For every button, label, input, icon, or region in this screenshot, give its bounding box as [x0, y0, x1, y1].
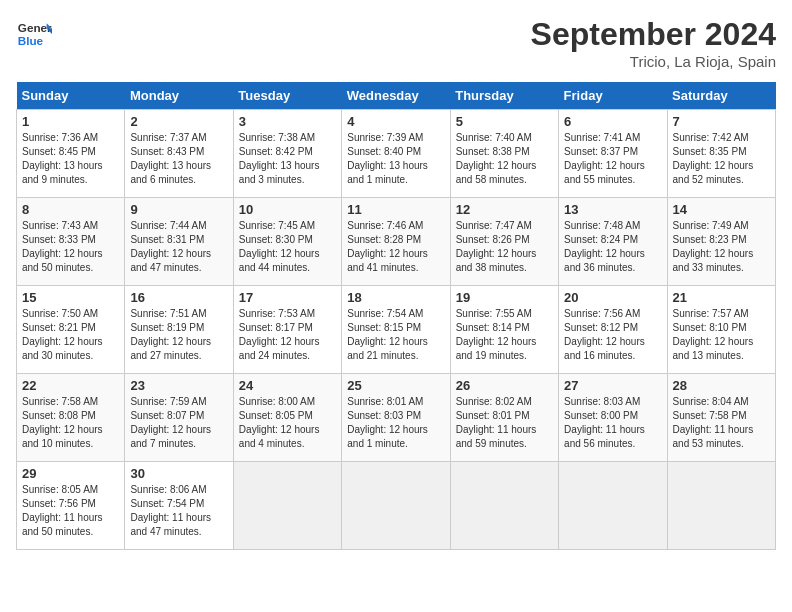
calendar-week-row: 8 Sunrise: 7:43 AM Sunset: 8:33 PM Dayli… [17, 198, 776, 286]
table-row: 16 Sunrise: 7:51 AM Sunset: 8:19 PM Dayl… [125, 286, 233, 374]
table-row: 28 Sunrise: 8:04 AM Sunset: 7:58 PM Dayl… [667, 374, 775, 462]
day-number: 7 [673, 114, 770, 129]
day-number: 27 [564, 378, 661, 393]
day-number: 13 [564, 202, 661, 217]
table-row: 18 Sunrise: 7:54 AM Sunset: 8:15 PM Dayl… [342, 286, 450, 374]
table-row: 27 Sunrise: 8:03 AM Sunset: 8:00 PM Dayl… [559, 374, 667, 462]
table-row: 3 Sunrise: 7:38 AM Sunset: 8:42 PM Dayli… [233, 110, 341, 198]
day-number: 10 [239, 202, 336, 217]
table-row [559, 462, 667, 550]
day-info: Sunrise: 7:44 AM Sunset: 8:31 PM Dayligh… [130, 219, 227, 275]
day-number: 19 [456, 290, 553, 305]
calendar-week-row: 1 Sunrise: 7:36 AM Sunset: 8:45 PM Dayli… [17, 110, 776, 198]
location: Tricio, La Rioja, Spain [531, 53, 776, 70]
table-row: 25 Sunrise: 8:01 AM Sunset: 8:03 PM Dayl… [342, 374, 450, 462]
day-info: Sunrise: 7:53 AM Sunset: 8:17 PM Dayligh… [239, 307, 336, 363]
day-number: 5 [456, 114, 553, 129]
table-row: 7 Sunrise: 7:42 AM Sunset: 8:35 PM Dayli… [667, 110, 775, 198]
table-row [667, 462, 775, 550]
day-info: Sunrise: 7:50 AM Sunset: 8:21 PM Dayligh… [22, 307, 119, 363]
col-thursday: Thursday [450, 82, 558, 110]
table-row: 24 Sunrise: 8:00 AM Sunset: 8:05 PM Dayl… [233, 374, 341, 462]
day-info: Sunrise: 7:40 AM Sunset: 8:38 PM Dayligh… [456, 131, 553, 187]
day-number: 30 [130, 466, 227, 481]
day-info: Sunrise: 7:41 AM Sunset: 8:37 PM Dayligh… [564, 131, 661, 187]
table-row: 12 Sunrise: 7:47 AM Sunset: 8:26 PM Dayl… [450, 198, 558, 286]
col-sunday: Sunday [17, 82, 125, 110]
day-number: 16 [130, 290, 227, 305]
day-info: Sunrise: 7:49 AM Sunset: 8:23 PM Dayligh… [673, 219, 770, 275]
day-number: 14 [673, 202, 770, 217]
day-number: 4 [347, 114, 444, 129]
calendar-week-row: 15 Sunrise: 7:50 AM Sunset: 8:21 PM Dayl… [17, 286, 776, 374]
day-info: Sunrise: 7:51 AM Sunset: 8:19 PM Dayligh… [130, 307, 227, 363]
day-number: 9 [130, 202, 227, 217]
table-row: 21 Sunrise: 7:57 AM Sunset: 8:10 PM Dayl… [667, 286, 775, 374]
day-info: Sunrise: 8:06 AM Sunset: 7:54 PM Dayligh… [130, 483, 227, 539]
day-info: Sunrise: 7:38 AM Sunset: 8:42 PM Dayligh… [239, 131, 336, 187]
day-info: Sunrise: 7:45 AM Sunset: 8:30 PM Dayligh… [239, 219, 336, 275]
table-row: 13 Sunrise: 7:48 AM Sunset: 8:24 PM Dayl… [559, 198, 667, 286]
day-info: Sunrise: 8:02 AM Sunset: 8:01 PM Dayligh… [456, 395, 553, 451]
col-monday: Monday [125, 82, 233, 110]
day-info: Sunrise: 7:46 AM Sunset: 8:28 PM Dayligh… [347, 219, 444, 275]
day-number: 12 [456, 202, 553, 217]
month-title: September 2024 [531, 16, 776, 53]
day-number: 22 [22, 378, 119, 393]
day-number: 20 [564, 290, 661, 305]
table-row: 6 Sunrise: 7:41 AM Sunset: 8:37 PM Dayli… [559, 110, 667, 198]
table-row: 19 Sunrise: 7:55 AM Sunset: 8:14 PM Dayl… [450, 286, 558, 374]
day-number: 25 [347, 378, 444, 393]
day-number: 3 [239, 114, 336, 129]
calendar-week-row: 22 Sunrise: 7:58 AM Sunset: 8:08 PM Dayl… [17, 374, 776, 462]
day-number: 18 [347, 290, 444, 305]
table-row [233, 462, 341, 550]
table-row: 14 Sunrise: 7:49 AM Sunset: 8:23 PM Dayl… [667, 198, 775, 286]
day-number: 23 [130, 378, 227, 393]
day-number: 17 [239, 290, 336, 305]
table-row [342, 462, 450, 550]
col-friday: Friday [559, 82, 667, 110]
day-number: 1 [22, 114, 119, 129]
table-row: 23 Sunrise: 7:59 AM Sunset: 8:07 PM Dayl… [125, 374, 233, 462]
day-number: 26 [456, 378, 553, 393]
table-row: 2 Sunrise: 7:37 AM Sunset: 8:43 PM Dayli… [125, 110, 233, 198]
table-row: 11 Sunrise: 7:46 AM Sunset: 8:28 PM Dayl… [342, 198, 450, 286]
table-row: 20 Sunrise: 7:56 AM Sunset: 8:12 PM Dayl… [559, 286, 667, 374]
day-info: Sunrise: 8:00 AM Sunset: 8:05 PM Dayligh… [239, 395, 336, 451]
calendar-table: Sunday Monday Tuesday Wednesday Thursday… [16, 82, 776, 550]
day-number: 6 [564, 114, 661, 129]
day-info: Sunrise: 7:39 AM Sunset: 8:40 PM Dayligh… [347, 131, 444, 187]
day-info: Sunrise: 7:59 AM Sunset: 8:07 PM Dayligh… [130, 395, 227, 451]
day-info: Sunrise: 8:05 AM Sunset: 7:56 PM Dayligh… [22, 483, 119, 539]
day-info: Sunrise: 7:42 AM Sunset: 8:35 PM Dayligh… [673, 131, 770, 187]
day-number: 2 [130, 114, 227, 129]
title-block: September 2024 Tricio, La Rioja, Spain [531, 16, 776, 70]
col-tuesday: Tuesday [233, 82, 341, 110]
table-row: 5 Sunrise: 7:40 AM Sunset: 8:38 PM Dayli… [450, 110, 558, 198]
table-row: 4 Sunrise: 7:39 AM Sunset: 8:40 PM Dayli… [342, 110, 450, 198]
table-row: 15 Sunrise: 7:50 AM Sunset: 8:21 PM Dayl… [17, 286, 125, 374]
day-info: Sunrise: 7:56 AM Sunset: 8:12 PM Dayligh… [564, 307, 661, 363]
day-number: 21 [673, 290, 770, 305]
day-info: Sunrise: 8:04 AM Sunset: 7:58 PM Dayligh… [673, 395, 770, 451]
col-saturday: Saturday [667, 82, 775, 110]
col-wednesday: Wednesday [342, 82, 450, 110]
table-row: 1 Sunrise: 7:36 AM Sunset: 8:45 PM Dayli… [17, 110, 125, 198]
table-row: 8 Sunrise: 7:43 AM Sunset: 8:33 PM Dayli… [17, 198, 125, 286]
table-row: 10 Sunrise: 7:45 AM Sunset: 8:30 PM Dayl… [233, 198, 341, 286]
header-row: Sunday Monday Tuesday Wednesday Thursday… [17, 82, 776, 110]
table-row: 30 Sunrise: 8:06 AM Sunset: 7:54 PM Dayl… [125, 462, 233, 550]
day-info: Sunrise: 8:01 AM Sunset: 8:03 PM Dayligh… [347, 395, 444, 451]
day-info: Sunrise: 7:48 AM Sunset: 8:24 PM Dayligh… [564, 219, 661, 275]
svg-text:Blue: Blue [18, 34, 44, 47]
table-row: 29 Sunrise: 8:05 AM Sunset: 7:56 PM Dayl… [17, 462, 125, 550]
day-info: Sunrise: 7:37 AM Sunset: 8:43 PM Dayligh… [130, 131, 227, 187]
day-info: Sunrise: 7:36 AM Sunset: 8:45 PM Dayligh… [22, 131, 119, 187]
day-number: 8 [22, 202, 119, 217]
table-row: 22 Sunrise: 7:58 AM Sunset: 8:08 PM Dayl… [17, 374, 125, 462]
table-row: 17 Sunrise: 7:53 AM Sunset: 8:17 PM Dayl… [233, 286, 341, 374]
day-number: 11 [347, 202, 444, 217]
day-info: Sunrise: 7:55 AM Sunset: 8:14 PM Dayligh… [456, 307, 553, 363]
day-number: 29 [22, 466, 119, 481]
